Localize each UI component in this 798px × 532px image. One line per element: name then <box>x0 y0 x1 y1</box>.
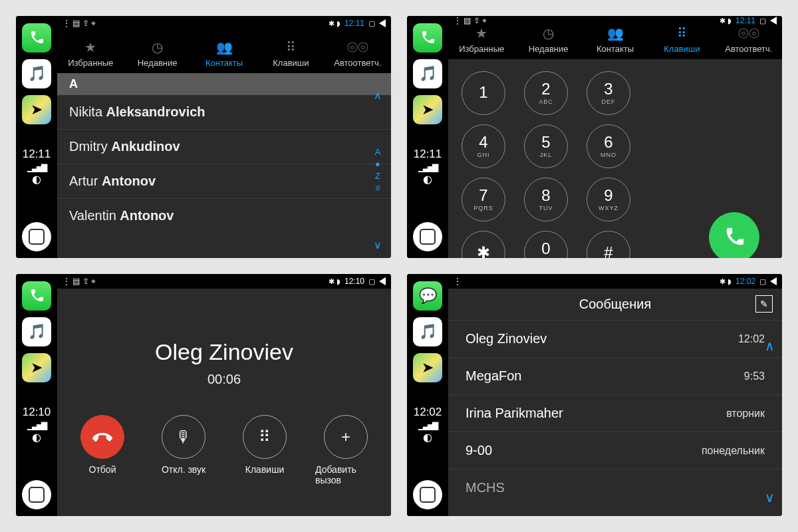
tab-recent[interactable]: ◷Недавние <box>515 25 581 59</box>
key-8[interactable]: 8TUV <box>524 178 568 221</box>
show-keypad-button[interactable]: ⠿Клавиши <box>234 415 295 485</box>
message-row[interactable]: Irina Parikmaherвторник <box>448 395 782 432</box>
dock-messages-app[interactable]: 💬 <box>413 281 442 311</box>
key-6[interactable]: 6MNO <box>587 124 630 168</box>
key-4[interactable]: 4GHI <box>462 124 505 168</box>
key-7[interactable]: 7PQRS <box>462 178 505 221</box>
people-icon: 👥 <box>191 39 257 55</box>
home-button[interactable] <box>22 480 51 509</box>
key-star[interactable]: ✱ <box>462 231 505 258</box>
tab-keypad[interactable]: ⠿Клавиши <box>648 25 715 59</box>
clock-icon: ◷ <box>124 39 190 55</box>
dock-clock: 12:02 <box>414 406 442 419</box>
call-button[interactable] <box>709 212 759 258</box>
mic-off-icon: 🎙 <box>162 415 205 459</box>
tab-recent[interactable]: ◷Недавние <box>124 39 190 73</box>
signal-bars-icon: ▁▃▅▇ <box>418 421 437 430</box>
android-status-bar: ⋮ ▤ ⇪ ⌖ ✱ ◗ 12:11 ▢ <box>57 16 391 31</box>
back-icon <box>770 17 777 25</box>
dock-phone-app[interactable] <box>22 23 51 53</box>
hangup-button[interactable]: Отбой <box>72 415 133 485</box>
chevron-up-icon: ∧ <box>765 338 775 354</box>
tab-contacts[interactable]: 👥Контакты <box>191 39 257 73</box>
tab-voicemail[interactable]: ⦾⦾Автоответч. <box>716 26 782 59</box>
back-icon <box>379 19 386 27</box>
dock-clock: 12:11 <box>414 148 442 161</box>
contact-row[interactable]: Nikita Aleksandrovich <box>57 95 391 130</box>
message-row[interactable]: MegaFon9:53 <box>448 358 782 395</box>
key-5[interactable]: 5JKL <box>524 124 568 168</box>
key-3[interactable]: 3DEF <box>587 71 630 115</box>
contacts-section-header: A <box>57 73 391 95</box>
scroll-rail[interactable]: ∧ ∨ <box>761 338 778 505</box>
key-0[interactable]: 0+ <box>524 231 568 258</box>
contact-row[interactable]: Artur Antonov <box>57 164 391 199</box>
home-button[interactable] <box>413 480 442 509</box>
dock-maps-app[interactable]: ➤ <box>413 353 442 382</box>
screen-incall: 🎵 ➤ 12:10 ▁▃▅▇ ◐ ⋮ ▤ ⇪ ⌖ ✱ ◗ 12:10 ▢ Ole… <box>16 274 391 516</box>
back-icon <box>770 277 777 285</box>
dock-music-app[interactable]: 🎵 <box>413 59 442 88</box>
key-1[interactable]: 1 <box>462 71 505 115</box>
android-status-bar: ⋮ ▤ ⇪ ⌖ ✱ ◗ 12:10 ▢ <box>57 274 391 289</box>
phone-tabs: ★Избранные ◷Недавние 👥Контакты ⠿Клавиши … <box>448 25 782 59</box>
chevron-up-icon: ∧ <box>374 89 382 102</box>
voicemail-icon: ⦾⦾ <box>325 40 391 55</box>
key-2[interactable]: 2ABC <box>524 71 568 115</box>
dock-music-app[interactable]: 🎵 <box>413 317 442 346</box>
chevron-down-icon: ∨ <box>374 239 382 251</box>
screen-contacts: 🎵 ➤ 12:11 ▁▃▅▇ ◐ ⋮ ▤ ⇪ ⌖ ✱ ◗ 12:11 ▢ ★Из… <box>16 16 391 258</box>
wifi-icon: ◐ <box>423 431 432 444</box>
people-icon: 👥 <box>582 25 648 41</box>
dock-maps-app[interactable]: ➤ <box>22 95 51 124</box>
add-call-button[interactable]: +Добавить вызов <box>315 415 376 485</box>
contact-row[interactable]: Dmitry Ankudinov <box>57 130 391 164</box>
message-row[interactable]: MCHS <box>448 469 782 506</box>
key-9[interactable]: 9WXYZ <box>587 178 630 221</box>
message-row[interactable]: 9-00понедельник <box>448 432 782 469</box>
keypad-icon: ⠿ <box>243 415 287 459</box>
messages-title: Сообщения <box>579 297 652 312</box>
dock-maps-app[interactable]: ➤ <box>413 95 442 124</box>
dock-clock: 12:11 <box>23 148 51 161</box>
signal-bars-icon: ▁▃▅▇ <box>27 163 46 172</box>
dock-music-app[interactable]: 🎵 <box>22 317 51 346</box>
compose-button[interactable]: ✎ <box>755 295 773 313</box>
plus-icon: + <box>324 415 368 459</box>
key-hash[interactable]: # <box>587 231 630 258</box>
screen-keypad: 🎵 ➤ 12:11 ▁▃▅▇ ◐ ⋮ ▤ ⇪ ⌖ ✱ ◗ 12:11 ▢ ★Из… <box>407 16 782 258</box>
carplay-dock: 🎵 ➤ 12:11 ▁▃▅▇ ◐ <box>16 16 57 258</box>
home-button[interactable] <box>413 222 442 251</box>
dock-phone-app[interactable] <box>22 281 51 311</box>
call-duration: 00:06 <box>207 372 241 387</box>
alpha-index-rail[interactable]: ∧ A●Z# ∨ <box>368 89 387 251</box>
wifi-icon: ◐ <box>32 431 41 444</box>
contact-row[interactable]: Valentin Antonov <box>57 199 391 233</box>
message-row[interactable]: Oleg Zinoviev12:02 <box>448 321 782 358</box>
home-button[interactable] <box>22 222 51 251</box>
signal-bars-icon: ▁▃▅▇ <box>27 421 46 430</box>
voicemail-icon: ⦾⦾ <box>716 26 782 41</box>
tab-contacts[interactable]: 👥Контакты <box>582 25 648 59</box>
chevron-down-icon: ∨ <box>765 489 775 505</box>
tab-favorites[interactable]: ★Избранные <box>448 25 515 59</box>
carplay-dock: 🎵 ➤ 12:11 ▁▃▅▇ ◐ <box>407 16 448 258</box>
back-icon <box>379 277 386 285</box>
phone-tabs: ★Избранные ◷Недавние 👥Контакты ⠿Клавиши … <box>57 31 391 73</box>
wifi-icon: ◐ <box>32 173 41 186</box>
caller-name: Oleg Zinoviev <box>155 339 293 365</box>
tab-favorites[interactable]: ★Избранные <box>57 39 124 73</box>
keypad-icon: ⠿ <box>257 39 324 55</box>
dock-music-app[interactable]: 🎵 <box>22 59 51 88</box>
dock-phone-app[interactable] <box>413 23 442 53</box>
carplay-dock: 🎵 ➤ 12:10 ▁▃▅▇ ◐ <box>16 274 57 516</box>
dock-clock: 12:10 <box>23 406 51 419</box>
mute-button[interactable]: 🎙Откл. звук <box>153 415 214 485</box>
screen-messages: 💬 🎵 ➤ 12:02 ▁▃▅▇ ◐ ⋮ ✱ ◗ 12:02 ▢ Сообщен… <box>407 274 782 516</box>
messages-header: Сообщения ✎ <box>448 289 782 321</box>
tab-voicemail[interactable]: ⦾⦾Автоответч. <box>325 40 391 73</box>
dock-maps-app[interactable]: ➤ <box>22 353 51 382</box>
tab-keypad[interactable]: ⠿Клавиши <box>257 39 324 73</box>
clock-icon: ◷ <box>515 25 581 41</box>
wifi-icon: ◐ <box>423 173 432 186</box>
